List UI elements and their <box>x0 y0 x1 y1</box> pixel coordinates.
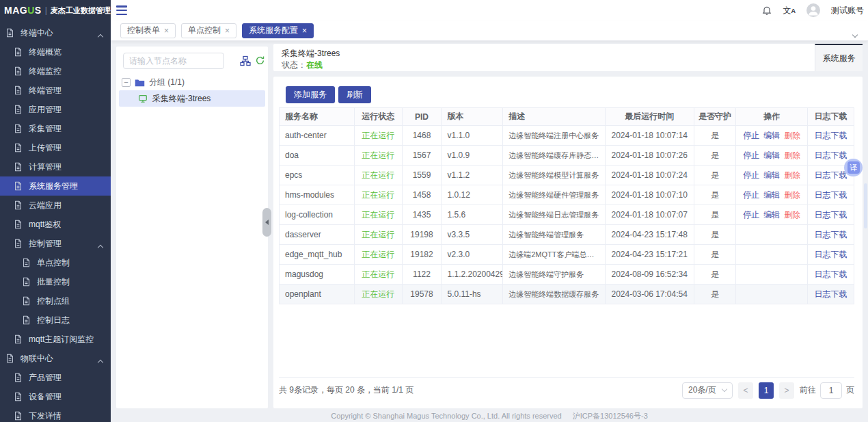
version-cell: v1.1.2 <box>442 166 503 185</box>
language-translate-icon[interactable]: 文A <box>783 6 796 14</box>
chevron-down-icon[interactable] <box>853 27 857 40</box>
sidebar-item[interactable]: 计算管理 <box>0 157 111 176</box>
sidebar-item[interactable]: 云端应用 <box>0 196 111 215</box>
sidebar-item[interactable]: 上传管理 <box>0 138 111 157</box>
log-download-link[interactable]: 日志下载 <box>815 269 847 280</box>
sidebar-item[interactable]: mqtt主题订阅监控 <box>0 330 111 349</box>
table-row[interactable]: log-collection正在运行14351.5.6边缘智能终端日志管理服务2… <box>280 205 854 225</box>
current-page-button[interactable]: 1 <box>759 382 774 399</box>
stop-link[interactable]: 停止 <box>743 209 759 221</box>
sidebar-item[interactable]: 终端监控 <box>0 62 111 81</box>
table-header-row: 服务名称运行状态PID版本描述最后运行时间是否守护操作日志下载 <box>280 108 854 126</box>
close-icon[interactable]: × <box>225 26 230 36</box>
page-size-select[interactable]: 20条/页 <box>682 382 733 399</box>
tab-label: 单点控制 <box>188 25 221 36</box>
panel-collapse-handle[interactable] <box>262 208 271 237</box>
sidebar-item[interactable]: 控制管理 <box>0 234 111 253</box>
tab-system-services[interactable]: 系统服务 <box>815 44 863 71</box>
version-cell: v3.3.5 <box>442 225 503 244</box>
scrollbar-thumb[interactable] <box>864 183 867 228</box>
delete-link[interactable]: 删除 <box>784 170 800 181</box>
notification-bell-icon[interactable] <box>761 5 772 16</box>
sidebar-item[interactable]: 控制点组 <box>0 291 111 311</box>
edit-link[interactable]: 编辑 <box>763 130 780 142</box>
table-row[interactable]: doa正在运行1567v1.0.9边缘智能终端缓存库静态信息的...2024-0… <box>280 146 854 166</box>
next-page-button[interactable]: > <box>779 382 794 399</box>
sidebar-item[interactable]: mqtt鉴权 <box>0 215 111 234</box>
sidebar-item[interactable]: 单点控制 <box>0 253 111 272</box>
sidebar-item[interactable]: 终端中心 <box>0 23 111 42</box>
tree-structure-icon[interactable] <box>240 55 251 66</box>
log-download-link[interactable]: 日志下载 <box>815 229 847 241</box>
log-download-link[interactable]: 日志下载 <box>815 150 847 161</box>
log-download-link[interactable]: 日志下载 <box>815 209 847 221</box>
sidebar-item-label: 上传管理 <box>29 142 62 154</box>
stop-link[interactable]: 停止 <box>743 189 759 201</box>
close-icon[interactable]: × <box>164 26 169 36</box>
table-row[interactable]: dasserver正在运行19198v3.3.5边缘智能终端管理服务2024-0… <box>280 225 854 245</box>
log-download-link[interactable]: 日志下载 <box>815 289 847 300</box>
edit-link[interactable]: 编辑 <box>763 189 780 201</box>
account-name[interactable]: 测试账号 <box>831 5 864 16</box>
refresh-button[interactable]: 刷新 <box>338 86 371 103</box>
document-icon <box>14 392 23 402</box>
goto-page-input[interactable] <box>820 382 842 399</box>
table-row[interactable]: auth-center正在运行1468v1.1.0边缘智能终端注册中心服务202… <box>280 126 854 146</box>
tab-1[interactable]: 单点控制× <box>181 23 236 38</box>
table-row[interactable]: hms-modules正在运行14581.0.12边缘智能终端硬件管理服务202… <box>280 185 854 205</box>
edit-link[interactable]: 编辑 <box>763 209 780 221</box>
sidebar-item[interactable]: 终端管理 <box>0 81 111 100</box>
tab-2[interactable]: 系统服务配置× <box>242 23 314 38</box>
tree-node-selected[interactable]: 采集终端-3trees <box>119 90 265 107</box>
sidebar-item[interactable]: 批量控制 <box>0 272 111 291</box>
services-table: 服务名称运行状态PID版本描述最后运行时间是否守护操作日志下载 auth-cen… <box>279 107 854 304</box>
description-cell: 边缘智能终端守护服务 <box>503 265 606 284</box>
tab-label: 系统服务配置 <box>249 25 298 36</box>
table-row[interactable]: magusdog正在运行11221.1.2.20200429边缘智能终端守护服务… <box>280 265 854 285</box>
delete-link[interactable]: 删除 <box>784 150 800 161</box>
log-download-link[interactable]: 日志下载 <box>815 249 847 261</box>
log-download-link[interactable]: 日志下载 <box>815 130 847 142</box>
prev-page-button[interactable]: < <box>738 382 753 399</box>
sidebar-item[interactable]: 产品管理 <box>0 368 111 387</box>
delete-link[interactable]: 删除 <box>784 130 800 142</box>
stop-link[interactable]: 停止 <box>743 130 759 142</box>
tree-group-row[interactable]: − 分组 (1/1) <box>122 77 185 88</box>
status-text: 正在运行 <box>362 269 394 280</box>
table-row[interactable]: epcs正在运行1559v1.1.2边缘智能终端模型计算服务2024-01-18… <box>280 166 854 185</box>
node-search-input[interactable] <box>123 53 224 69</box>
actions-cell: 停止编辑删除 <box>736 205 808 224</box>
close-icon[interactable]: × <box>302 26 307 36</box>
hamburger-menu-icon[interactable] <box>116 5 127 15</box>
table-row[interactable]: openplant正在运行195785.0.11-hs边缘智能终端数据缓存服务2… <box>280 285 854 304</box>
description-cell: 边缘智能终端数据缓存服务 <box>503 285 606 304</box>
refresh-icon[interactable] <box>255 55 265 66</box>
avatar[interactable] <box>806 3 820 17</box>
sidebar-item[interactable]: 应用管理 <box>0 100 111 119</box>
edit-link[interactable]: 编辑 <box>763 150 780 161</box>
delete-link[interactable]: 删除 <box>784 209 800 221</box>
document-icon <box>22 277 31 287</box>
delete-link[interactable]: 删除 <box>784 189 800 201</box>
edit-link[interactable]: 编辑 <box>763 170 780 181</box>
sidebar-item[interactable]: 物联中心 <box>0 349 111 368</box>
sidebar-item[interactable]: 系统服务管理 <box>0 176 111 196</box>
translate-float-button[interactable]: 译 <box>844 159 863 176</box>
log-download-link[interactable]: 日志下载 <box>815 189 847 201</box>
log-download-link[interactable]: 日志下载 <box>815 170 847 181</box>
table-row[interactable]: edge_mqtt_hub正在运行19182v2.3.0边缘端2MQTT客户端总… <box>280 245 854 265</box>
collapse-minus-icon[interactable]: − <box>122 78 131 87</box>
sidebar-item[interactable]: 设备管理 <box>0 387 111 406</box>
tab-0[interactable]: 控制表单× <box>120 23 176 38</box>
brand-logo: MAGUS <box>4 5 42 16</box>
sidebar-item[interactable]: 采集管理 <box>0 119 111 138</box>
stop-link[interactable]: 停止 <box>743 170 759 181</box>
log-download-cell: 日志下载 <box>808 245 854 264</box>
run-status-cell: 正在运行 <box>355 225 403 244</box>
sidebar-item[interactable]: 下发详情 <box>0 406 111 422</box>
sidebar-item[interactable]: 终端概览 <box>0 42 111 62</box>
add-service-button[interactable]: 添加服务 <box>286 86 335 103</box>
sidebar-item[interactable]: 控制日志 <box>0 311 111 330</box>
stop-link[interactable]: 停止 <box>743 150 759 161</box>
node-tree-panel: − 分组 (1/1) 采集终端-3trees <box>116 47 268 408</box>
